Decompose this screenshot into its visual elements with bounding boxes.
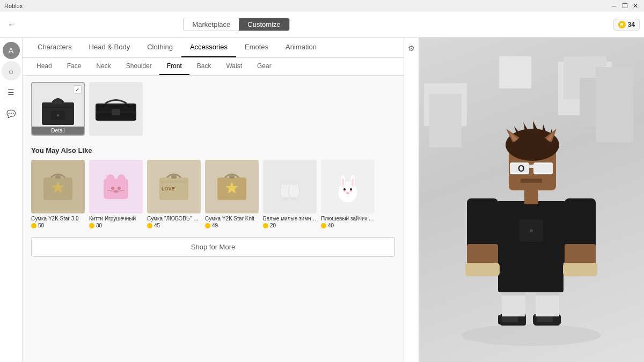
cat-accessories[interactable]: Accessories bbox=[181, 38, 236, 57]
rec-item-price-4: 49 bbox=[205, 223, 259, 228]
avatar-scene: O bbox=[419, 38, 644, 362]
rec-item-name-3: Сумка "ЛЮБОВЬ" для bbox=[147, 216, 201, 221]
cat-head-body[interactable]: Head & Body bbox=[80, 38, 139, 57]
shop-more-button[interactable]: Shop for More bbox=[31, 237, 395, 257]
equipped-items: ✓ Detail bbox=[31, 82, 395, 136]
robux-icon: R bbox=[618, 21, 626, 28]
cat-characters[interactable]: Characters bbox=[29, 38, 80, 57]
title-bar: Roblox ─ ❐ ✕ bbox=[0, 0, 644, 12]
svg-rect-1 bbox=[54, 100, 62, 104]
svg-rect-50 bbox=[499, 56, 531, 88]
avatar-button[interactable]: A bbox=[3, 42, 20, 59]
sidebar-item-social[interactable]: ☰ bbox=[2, 83, 21, 102]
sidebar-item-home[interactable]: ⌂ bbox=[2, 61, 21, 80]
svg-text:O: O bbox=[518, 164, 524, 173]
item-detail-label: Detail bbox=[32, 127, 84, 135]
sub-category-nav: Head Face Neck Shoulder Front Back Waist… bbox=[23, 58, 404, 76]
svg-rect-2 bbox=[45, 107, 71, 108]
rec-item-img-2: ♡ bbox=[89, 160, 143, 213]
svg-rect-75 bbox=[529, 165, 533, 168]
price-coin-1 bbox=[31, 223, 36, 228]
svg-text:LOVE: LOVE bbox=[162, 186, 175, 191]
sub-cat-neck[interactable]: Neck bbox=[89, 58, 118, 75]
svg-rect-32 bbox=[283, 197, 288, 200]
close-button[interactable]: ✕ bbox=[631, 2, 640, 10]
sub-cat-waist[interactable]: Waist bbox=[218, 58, 250, 75]
rec-item-6[interactable]: Плюшевый зайчик Кавaи 40 bbox=[321, 160, 375, 228]
svg-rect-67 bbox=[467, 244, 498, 265]
sub-cat-back[interactable]: Back bbox=[189, 58, 219, 75]
rec-item-5[interactable]: Белые милые зимние котята 20 bbox=[263, 160, 317, 228]
equipped-item-2[interactable] bbox=[89, 82, 143, 136]
svg-rect-61 bbox=[536, 292, 559, 295]
rec-item-name-6: Плюшевый зайчик Кавaи bbox=[321, 216, 375, 221]
sub-cat-front[interactable]: Front bbox=[159, 58, 189, 75]
robux-count: 34 bbox=[628, 21, 635, 28]
rec-item-name-4: Сумка Y2K Star Knit bbox=[205, 216, 259, 221]
svg-rect-24 bbox=[160, 182, 187, 182]
svg-point-43 bbox=[350, 188, 352, 190]
rec-item-price-1: 50 bbox=[31, 223, 85, 228]
svg-rect-79 bbox=[521, 179, 542, 183]
rec-item-4[interactable]: Сумка Y2K Star Knit 49 bbox=[205, 160, 259, 228]
minimize-button[interactable]: ─ bbox=[610, 2, 618, 10]
price-coin-5 bbox=[263, 223, 268, 228]
filter-button[interactable]: ⚙ bbox=[405, 42, 418, 55]
rec-item-name-1: Сумка Y2K Star 3.0 bbox=[31, 216, 85, 221]
sidebar-item-chat[interactable]: 💬 bbox=[2, 104, 21, 123]
svg-rect-62 bbox=[498, 260, 564, 292]
filter-panel: ⚙ bbox=[404, 38, 419, 362]
sub-cat-gear[interactable]: Gear bbox=[250, 58, 279, 75]
sub-cat-shoulder[interactable]: Shoulder bbox=[119, 58, 159, 75]
rec-item-price-2: 30 bbox=[89, 223, 143, 228]
svg-marker-83 bbox=[533, 121, 539, 135]
check-mark: ✓ bbox=[73, 85, 82, 94]
svg-point-51 bbox=[462, 324, 601, 346]
svg-rect-26 bbox=[229, 175, 235, 179]
svg-rect-77 bbox=[533, 164, 553, 173]
main-panel: Characters Head & Body Clothing Accessor… bbox=[23, 38, 404, 362]
bag-crossbody-icon bbox=[94, 95, 137, 122]
svg-rect-22 bbox=[171, 175, 177, 179]
price-coin-6 bbox=[321, 223, 326, 228]
content-wrapper: A ⌂ ☰ 💬 Characters Head & Body Clothing … bbox=[0, 38, 644, 362]
category-nav: Characters Head & Body Clothing Accessor… bbox=[23, 38, 404, 58]
top-bar: ← Marketplace Customize R 34 bbox=[0, 12, 644, 38]
svg-point-16 bbox=[118, 187, 121, 190]
marketplace-tab[interactable]: Marketplace bbox=[184, 18, 239, 31]
price-coin-4 bbox=[205, 223, 210, 228]
app-window: ← Marketplace Customize R 34 A ⌂ ☰ 💬 Cha… bbox=[0, 12, 644, 362]
rec-item-2[interactable]: ♡ Китти Игрушечный 30 bbox=[89, 160, 143, 228]
rec-item-1[interactable]: Сумка Y2K Star 3.0 50 bbox=[31, 160, 85, 228]
robux-badge: R 34 bbox=[613, 19, 640, 31]
cat-clothing[interactable]: Clothing bbox=[138, 38, 181, 57]
rec-item-3[interactable]: LOVE Сумка "ЛЮБОВЬ" для 45 bbox=[147, 160, 201, 228]
bag-dark-icon bbox=[39, 92, 77, 127]
rec-item-price-5: 20 bbox=[263, 223, 317, 228]
rec-item-img-5 bbox=[263, 160, 317, 213]
rec-item-name-2: Китти Игрушечный bbox=[89, 216, 143, 221]
rec-item-img-6 bbox=[321, 160, 375, 213]
cat-animation[interactable]: Animation bbox=[277, 38, 325, 57]
svg-point-14 bbox=[108, 181, 123, 198]
svg-point-40 bbox=[342, 178, 344, 187]
svg-rect-33 bbox=[291, 197, 297, 200]
rec-item-price-3: 45 bbox=[147, 223, 201, 228]
price-coin-3 bbox=[147, 223, 152, 228]
sidebar: A ⌂ ☰ 💬 bbox=[0, 38, 23, 362]
svg-point-4 bbox=[57, 114, 59, 116]
rec-item-img-1 bbox=[31, 160, 85, 213]
svg-rect-68 bbox=[565, 244, 596, 265]
cat-emotes[interactable]: Emotes bbox=[236, 38, 277, 57]
svg-point-42 bbox=[343, 188, 346, 190]
app-title: Roblox bbox=[4, 3, 23, 9]
back-button[interactable]: ← bbox=[4, 17, 19, 32]
svg-point-41 bbox=[352, 178, 354, 187]
svg-text:♡: ♡ bbox=[105, 174, 108, 178]
equipped-item-1[interactable]: ✓ Detail bbox=[31, 82, 85, 136]
restore-button[interactable]: ❐ bbox=[620, 2, 629, 10]
sub-cat-head[interactable]: Head bbox=[29, 58, 60, 75]
sub-cat-face[interactable]: Face bbox=[60, 58, 89, 75]
svg-rect-47 bbox=[596, 67, 633, 142]
customize-tab[interactable]: Customize bbox=[239, 18, 289, 31]
